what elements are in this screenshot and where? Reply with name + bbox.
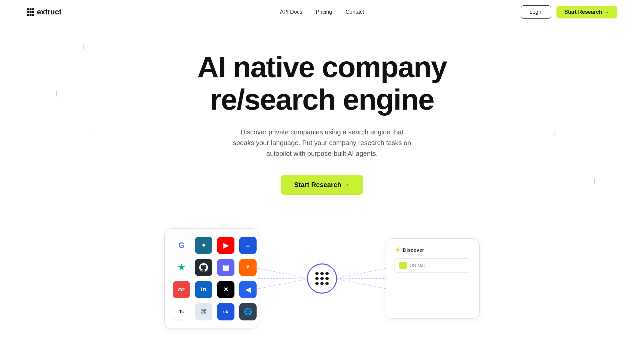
svg-line-5 <box>334 279 386 289</box>
discover-card: ⚡ Discover Q US star... <box>386 238 480 319</box>
source-techcrunch: Tc <box>173 303 190 320</box>
discover-header: ⚡ Discover <box>394 247 471 253</box>
source-web: 🌐 <box>239 303 257 320</box>
source-docs: ≡ <box>239 237 257 254</box>
navbar-actions: Login Start Research → <box>521 5 617 19</box>
source-g2: G2 <box>173 281 190 298</box>
start-research-nav-button[interactable]: Start Research → <box>556 6 617 18</box>
logo[interactable]: extruct <box>27 8 61 16</box>
hub-dots <box>315 272 329 285</box>
login-button[interactable]: Login <box>521 5 551 19</box>
source-google: G <box>173 237 190 254</box>
hub-circle <box>307 264 337 293</box>
hero-section: AI native company re/search engine Disco… <box>0 24 644 349</box>
discover-spark-icon: ⚡ <box>394 247 401 253</box>
nav-api-docs[interactable]: API Docs <box>280 9 303 15</box>
discover-search-text: US star... <box>410 263 429 268</box>
discover-title: Discover <box>403 247 424 253</box>
discover-search-icon: Q <box>399 262 407 269</box>
logo-grid-icon <box>27 8 34 16</box>
source-youtube: ▶ <box>217 237 234 254</box>
source-layers: ▣ <box>217 259 234 276</box>
source-ycombinator: Y <box>239 259 257 276</box>
source-crunchbase: cb <box>217 303 234 320</box>
hub-connector <box>258 258 386 299</box>
source-trustpilot: ★ <box>173 259 190 276</box>
discover-search-box: Q US star... <box>394 258 471 273</box>
nav-pricing[interactable]: Pricing <box>316 9 332 15</box>
nav-contact[interactable]: Contact <box>345 9 364 15</box>
start-research-hero-button[interactable]: Start Research → <box>281 175 364 195</box>
source-github <box>195 259 212 276</box>
source-twitter: ✕ <box>217 281 234 298</box>
source-feather: ✦ <box>195 237 212 254</box>
svg-line-2 <box>258 279 310 289</box>
hero-subtitle: Discover private companies using a searc… <box>231 127 413 159</box>
logo-text: extruct <box>37 8 61 16</box>
source-product: ⌘ <box>195 303 212 320</box>
svg-line-3 <box>334 268 386 279</box>
svg-line-0 <box>258 268 310 279</box>
navbar: extruct API Docs Pricing Contact Login S… <box>0 0 644 24</box>
hero-title: AI native company re/search engine <box>197 51 447 116</box>
sources-card: G ✦ ▶ ≡ ★ ▣ Y G2 in ✕ ◀ Tc ⌘ cb 🌐 <box>164 228 258 329</box>
nav-links: API Docs Pricing Contact <box>280 9 364 15</box>
diagram-area: G ✦ ▶ ≡ ★ ▣ Y G2 in ✕ ◀ Tc ⌘ cb 🌐 <box>27 228 617 329</box>
source-arrow: ◀ <box>239 281 257 298</box>
source-linkedin: in <box>195 281 212 298</box>
